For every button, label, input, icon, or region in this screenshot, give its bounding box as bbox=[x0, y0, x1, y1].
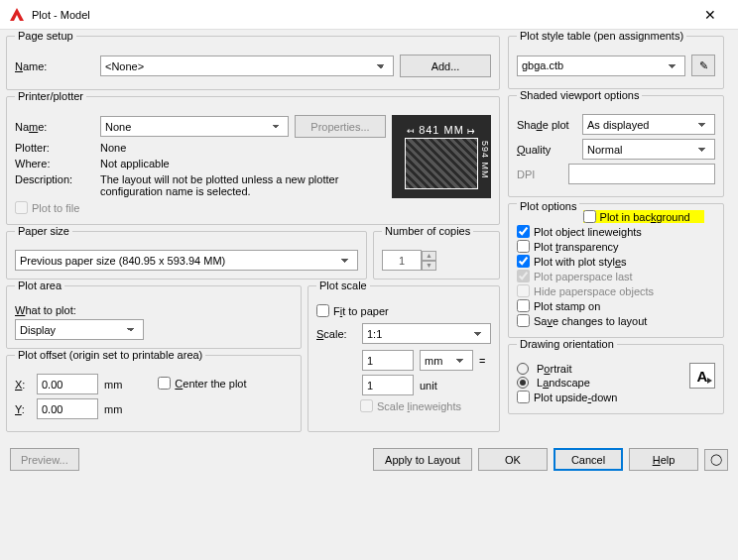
shade-plot-select[interactable]: As displayed bbox=[582, 114, 715, 135]
cancel-button[interactable]: Cancel bbox=[554, 448, 623, 471]
preview-width: ↤ 841 MM ↦ bbox=[407, 124, 477, 136]
scale-num1-input[interactable] bbox=[362, 350, 414, 371]
y-label: Y: bbox=[15, 403, 31, 415]
paperspace-last-checkbox: Plot paperspace last bbox=[517, 270, 715, 282]
preview-button: Preview... bbox=[10, 448, 79, 471]
page-setup-group: Page setup Name: <None> Add... bbox=[6, 36, 500, 90]
style-table-group: Plot style table (pen assignments) gbga.… bbox=[508, 36, 724, 89]
dpi-input bbox=[568, 164, 715, 184]
scale-num2-input[interactable] bbox=[362, 375, 414, 395]
copies-up-icon: ▲ bbox=[422, 251, 436, 261]
plot-transparency-checkbox[interactable]: Plot transparency bbox=[517, 240, 715, 253]
portrait-radio[interactable]: Portrait bbox=[517, 363, 689, 375]
orientation-icon: A bbox=[689, 363, 715, 389]
edit-style-button[interactable]: ✎ bbox=[691, 55, 715, 76]
printer-name-label: Name: bbox=[15, 121, 94, 133]
paper-size-group: Paper size Previous paper size (840.95 x… bbox=[6, 231, 367, 280]
fit-to-paper-checkbox[interactable]: Fit to paper bbox=[316, 304, 491, 317]
plot-options-group: Plot options Plot in background Plot obj… bbox=[508, 203, 724, 338]
description-value: The layout will not be plotted unless a … bbox=[100, 173, 386, 197]
plot-to-file-checkbox: Plot to file bbox=[15, 201, 386, 214]
properties-button: Properties... bbox=[295, 115, 386, 138]
ok-button[interactable]: OK bbox=[478, 448, 548, 471]
close-icon[interactable]: ✕ bbox=[690, 7, 730, 23]
quality-select[interactable]: Normal bbox=[582, 139, 715, 160]
where-value: Not applicable bbox=[100, 158, 170, 169]
printer-name-select[interactable]: None bbox=[100, 116, 289, 137]
scale-select[interactable]: 1:1 bbox=[362, 323, 491, 344]
preview-height: 594 MM bbox=[480, 141, 490, 179]
copies-group: Number of copies ▲▼ bbox=[373, 231, 500, 280]
where-label: Where: bbox=[15, 158, 94, 169]
chevron-right-icon: ◯ bbox=[710, 453, 722, 466]
printer-group: Printer/plotter Name: None Properties...… bbox=[6, 96, 500, 225]
landscape-radio[interactable]: Landscape bbox=[517, 377, 689, 389]
y-input[interactable] bbox=[37, 398, 98, 419]
help-button[interactable]: Help bbox=[629, 448, 698, 471]
printer-legend: Printer/plotter bbox=[15, 90, 86, 102]
plot-background-checkbox[interactable]: Plot in background bbox=[583, 210, 704, 223]
paper-size-select[interactable]: Previous paper size (840.95 x 593.94 MM) bbox=[15, 250, 358, 271]
plot-offset-group: Plot offset (origin set to printable are… bbox=[6, 355, 302, 432]
plotter-label: Plotter: bbox=[15, 142, 94, 154]
center-plot-checkbox[interactable]: Center the plot bbox=[158, 377, 246, 390]
page-setup-legend: Page setup bbox=[15, 30, 76, 42]
equals-icon: = bbox=[479, 355, 485, 367]
copies-down-icon: ▼ bbox=[422, 261, 436, 271]
scale-label: Scale: bbox=[316, 328, 356, 340]
style-table-select[interactable]: gbga.ctb bbox=[517, 56, 685, 76]
apply-to-layout-button[interactable]: Apply to Layout bbox=[373, 448, 472, 471]
app-logo-icon bbox=[8, 6, 26, 24]
shaded-group: Shaded viewport options Shade plotAs dis… bbox=[508, 95, 724, 197]
what-to-plot-select[interactable]: Display bbox=[15, 319, 144, 340]
plot-lineweights-checkbox[interactable]: Plot object lineweights bbox=[517, 225, 715, 238]
scale-unit-select[interactable]: mm bbox=[420, 350, 473, 371]
expand-button[interactable]: ◯ bbox=[704, 449, 728, 471]
pencil-icon: ✎ bbox=[699, 59, 708, 72]
page-setup-name-label: Name: bbox=[15, 60, 94, 72]
x-label: X: bbox=[15, 379, 31, 391]
description-label: Description: bbox=[15, 173, 94, 185]
plot-scale-group: Plot scale Fit to paper Scale: 1:1 mm = … bbox=[308, 285, 500, 432]
plot-stamp-checkbox[interactable]: Plot stamp on bbox=[517, 299, 715, 312]
orientation-group: Drawing orientation Portrait Landscape A… bbox=[508, 344, 724, 414]
scale-lineweights-checkbox: Scale lineweights bbox=[360, 399, 491, 412]
copies-input bbox=[382, 250, 422, 271]
page-setup-name-select[interactable]: <None> bbox=[100, 56, 394, 76]
plot-styles-checkbox[interactable]: Plot with plot styles bbox=[517, 255, 715, 268]
hide-paperspace-checkbox: Hide paperspace objects bbox=[517, 284, 715, 297]
save-changes-checkbox[interactable]: Save changes to layout bbox=[517, 314, 715, 327]
plotter-value: None bbox=[100, 142, 126, 154]
plot-area-group: Plot area What to plot: Display bbox=[6, 285, 302, 349]
add-button[interactable]: Add... bbox=[400, 55, 491, 77]
upside-down-checkbox[interactable]: Plot upside-down bbox=[517, 391, 715, 403]
window-title: Plot - Model bbox=[32, 9, 690, 21]
what-to-plot-label: What to plot: bbox=[15, 304, 293, 316]
x-input[interactable] bbox=[37, 374, 98, 394]
paper-preview: ↤ 841 MM ↦ 594 MM bbox=[392, 115, 491, 198]
